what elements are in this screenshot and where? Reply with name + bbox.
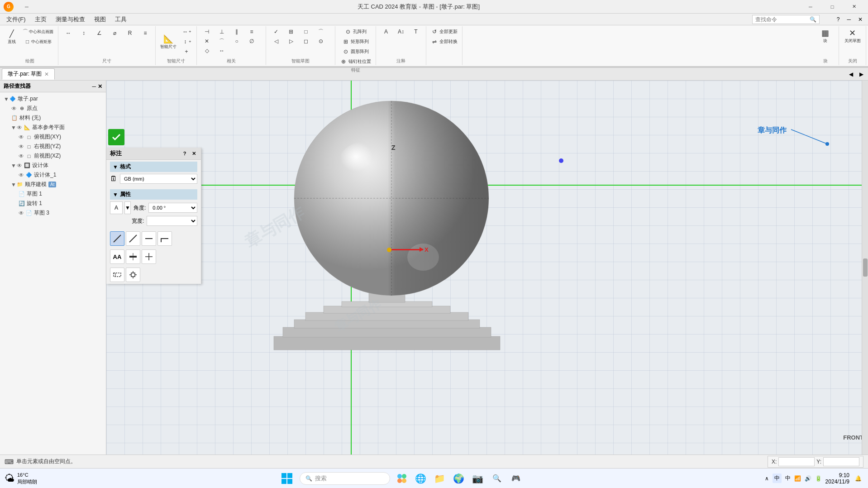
menu-measure[interactable]: 测量与检查 xyxy=(51,14,90,25)
tree-item-sketch3[interactable]: 👁 📄 草图 3 xyxy=(2,208,104,218)
text-style-btn-1[interactable]: AA xyxy=(110,249,124,264)
smart-dim-sub3[interactable]: + xyxy=(179,47,194,56)
angle-select[interactable]: 0.00 ° xyxy=(148,203,197,213)
search-box[interactable]: 🔍 xyxy=(752,15,820,24)
ann-ok-button[interactable] xyxy=(108,129,124,145)
close-button[interactable]: ✕ xyxy=(844,0,864,14)
doc-tab-main[interactable]: 墩子.par: 草图 ✕ xyxy=(2,68,55,80)
tree-item-sketch1[interactable]: 📄 草图 1 xyxy=(2,189,104,199)
width-select[interactable] xyxy=(147,216,197,226)
taskbar-app-4[interactable]: 📷 xyxy=(471,471,485,486)
notification-btn[interactable]: 🔔 xyxy=(853,474,863,483)
input-method-indicator[interactable]: 中 xyxy=(773,474,782,483)
ann-btn-2[interactable]: A↕ xyxy=(394,27,408,36)
battery-icon[interactable]: 🔋 xyxy=(815,475,822,482)
ss-btn-6[interactable]: ▷ xyxy=(284,37,298,46)
tree-item-body[interactable]: ▼ 👁 🔲 设计体 xyxy=(2,161,104,170)
rel-btn-1[interactable]: ⊣ xyxy=(200,27,214,36)
close-sketch-btn[interactable]: ✕ 关闭草图 xyxy=(843,27,863,45)
smart-dim-sub2[interactable]: ↕+ xyxy=(179,37,194,46)
viewport[interactable]: Z X 章与同作 章与同作 章与同作 FRONT xyxy=(106,81,868,455)
taskbar-app-6[interactable]: 🎮 xyxy=(509,471,523,486)
anchor-btn[interactable]: ⊕ 锚钉柱位置 xyxy=(338,57,373,66)
line-style-btn-4[interactable] xyxy=(157,231,172,246)
search-input[interactable] xyxy=(755,16,810,23)
dashed-box-btn[interactable] xyxy=(110,268,124,282)
tree-item-xz[interactable]: 👁 □ 前视图(XZ) xyxy=(2,151,104,161)
format-standard-select[interactable]: GB (mm) xyxy=(120,174,197,184)
arc-tool[interactable]: ⌒ 中心和点画圆 xyxy=(20,27,55,36)
line-style-btn-1[interactable] xyxy=(110,231,124,246)
tree-item-xy[interactable]: 👁 □ 俯视图(XY) xyxy=(2,132,104,142)
tab-prev-btn[interactable]: ◀ xyxy=(846,70,856,78)
ss-btn-4[interactable]: ⌒ xyxy=(314,27,328,36)
tree-close-icon[interactable]: ✕ xyxy=(98,83,102,90)
line-style-btn-2[interactable] xyxy=(126,231,140,246)
ann-help-btn[interactable]: ? xyxy=(181,150,188,157)
ss-btn-3[interactable]: □ xyxy=(299,27,313,36)
rel-btn-8[interactable]: ∅ xyxy=(244,37,259,46)
hole-array-btn[interactable]: ⊙ 孔阵列 xyxy=(338,27,373,36)
line-tool[interactable]: ╱ 直线 xyxy=(5,28,19,46)
dim-btn-6[interactable]: ≡ xyxy=(138,27,153,39)
rel-btn-10[interactable]: ↔ xyxy=(215,46,229,55)
ann-btn-1[interactable]: A xyxy=(379,27,393,36)
tree-item-material[interactable]: 📋 材料 (无) xyxy=(2,113,104,123)
ss-btn-5[interactable]: ◁ xyxy=(269,37,283,46)
restore-button[interactable]: □ xyxy=(822,0,843,14)
line-style-btn-3[interactable] xyxy=(142,231,156,246)
rect-tool[interactable]: □ 中心画矩形 xyxy=(20,37,55,46)
menu-view[interactable]: 视图 xyxy=(90,14,110,25)
dim-btn-1[interactable]: ↔ xyxy=(61,27,76,39)
ss-btn-8[interactable]: ⊙ xyxy=(314,37,328,46)
crosshair-btn[interactable] xyxy=(142,249,156,264)
y-coord-input[interactable] xyxy=(823,457,859,466)
ime-indicator2[interactable]: 中 xyxy=(785,474,791,482)
block-btn[interactable]: ▦ 块 xyxy=(818,27,833,45)
taskbar-app-3[interactable]: 🌍 xyxy=(452,471,466,486)
convert-all-btn[interactable]: ⇌ 全部转换 xyxy=(429,37,459,46)
taskbar-search[interactable]: 🔍 搜索 xyxy=(300,472,390,485)
menu-tools[interactable]: 工具 xyxy=(110,14,131,25)
minimize-ribbon-button[interactable]: ─ xyxy=(843,14,854,24)
taskbar-widgets-icon[interactable] xyxy=(395,471,409,486)
ss-btn-1[interactable]: ✓ xyxy=(269,27,283,36)
rect-array-btn[interactable]: ⊞ 矩形阵列 xyxy=(338,37,373,46)
rel-btn-2[interactable]: ⊥ xyxy=(215,27,229,36)
ss-btn-2[interactable]: ⊞ xyxy=(284,27,298,36)
rel-btn-9[interactable]: ◇ xyxy=(200,46,214,55)
ann-btn-3[interactable]: T xyxy=(409,27,423,36)
tree-item-seq[interactable]: ▼ 📁 顺序建模 At xyxy=(2,180,104,189)
tree-item-origin[interactable]: 👁 ⊕ 原点 xyxy=(2,104,104,113)
ann-close-btn[interactable]: ✕ xyxy=(190,150,197,157)
menu-file[interactable]: 文件(F) xyxy=(2,14,30,25)
annotation-style-dropdown[interactable]: ▼ xyxy=(124,201,131,214)
tab-close-icon[interactable]: ✕ xyxy=(44,71,49,77)
rel-btn-3[interactable]: ∥ xyxy=(229,27,244,36)
rel-btn-5[interactable]: ✕ xyxy=(200,37,214,46)
start-button[interactable] xyxy=(279,470,295,487)
smart-dim-btn[interactable]: 📐 智能尺寸 xyxy=(158,33,178,51)
clock-display[interactable]: 9:10 2024/11/9 xyxy=(825,472,849,485)
smart-dim-sub1[interactable]: ↔+ xyxy=(179,27,194,36)
update-all-btn[interactable]: ↺ 全部更新 xyxy=(429,27,459,36)
dim-btn-4[interactable]: ⌀ xyxy=(107,27,122,39)
volume-icon[interactable]: 🔊 xyxy=(805,475,811,482)
ss-btn-7[interactable]: ◻ xyxy=(299,37,313,46)
move-annot-btn[interactable] xyxy=(126,268,140,282)
text-align-btn[interactable] xyxy=(126,249,140,264)
network-icon[interactable]: 📶 xyxy=(794,475,801,482)
circle-array-btn[interactable]: ⊙ 圆形阵列 xyxy=(338,47,373,56)
tray-expand-btn[interactable]: ∧ xyxy=(765,475,769,482)
taskbar-app-1[interactable]: 🌐 xyxy=(414,471,428,486)
help-button[interactable]: ? xyxy=(833,14,844,24)
x-coord-input[interactable] xyxy=(778,457,815,466)
dim-btn-5[interactable]: R xyxy=(123,27,137,39)
properties-section-header[interactable]: ▼ 属性 xyxy=(110,189,197,200)
tree-collapse-icon[interactable]: ─ xyxy=(92,83,96,90)
tree-item-yz[interactable]: 👁 □ 右视图(YZ) xyxy=(2,142,104,151)
tree-item-planes[interactable]: ▼ 👁 📐 基本参考平面 xyxy=(2,123,104,132)
window-minimize[interactable]: ─ xyxy=(16,0,37,14)
dim-btn-2[interactable]: ↕ xyxy=(76,27,91,39)
rel-btn-6[interactable]: ⌒ xyxy=(215,37,229,46)
